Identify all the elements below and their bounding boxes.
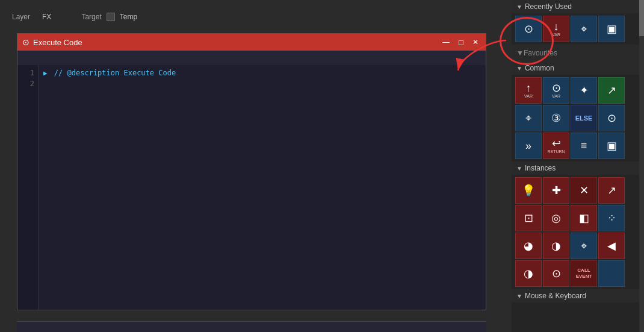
move-icon: ⌖ [581, 240, 587, 251]
instance-icon-13[interactable]: ◑ [515, 260, 542, 287]
recently-used-triangle: ▼ [516, 4, 522, 10]
instance-icon-15[interactable]: CALLEVENT [571, 260, 597, 287]
recently-used-icon-4[interactable]: ▣ [598, 16, 625, 42]
global-icon: ✦ [580, 85, 589, 96]
line-number-2: 2 [21, 78, 34, 89]
link-icon: ↗ [607, 185, 616, 196]
line-numbers: 1 2 [17, 65, 39, 310]
scrollbar-thumb[interactable] [639, 0, 644, 36]
instance-icon-6[interactable]: ◎ [543, 205, 569, 231]
instance-icon-1[interactable]: 💡 [515, 177, 542, 204]
common-icon-4[interactable]: ↗ [598, 77, 625, 104]
instance-icon-2[interactable]: ✚ [543, 177, 569, 204]
instances-label: Instances [525, 164, 556, 172]
instance-icon-14[interactable]: ⊙ [543, 260, 569, 287]
loop3-icon: ③ [551, 113, 561, 124]
destroy-icon: ▣ [607, 23, 617, 34]
pacman-icon: ◕ [524, 240, 533, 251]
scrollbar-track [639, 0, 644, 332]
code-area[interactable]: ▶ // @description Execute Code [39, 65, 486, 310]
code-arrow: ▶ [43, 69, 48, 77]
mouse-keyboard-header[interactable]: ▼ Mouse & Keyboard [512, 289, 644, 302]
instance-icon-7[interactable]: ◧ [571, 205, 597, 231]
editor-toolbar [17, 51, 486, 65]
temp-checkbox[interactable] [107, 13, 115, 21]
instances-triangle: ▼ [516, 165, 522, 172]
common-icon-9[interactable]: » [515, 133, 542, 159]
common-icon-6[interactable]: ③ [543, 105, 569, 131]
recently-used-icon-1[interactable]: ⊙ [515, 16, 542, 42]
recently-used-icon-2[interactable]: ↓ VAR [543, 16, 569, 42]
common-icon-11[interactable]: ≡ [571, 133, 597, 159]
half-circle-icon: ◑ [524, 268, 533, 279]
common-icon-12[interactable]: ▣ [598, 133, 625, 159]
close-button[interactable]: ✕ [470, 38, 481, 46]
back-icon: ◀ [607, 240, 616, 251]
editor-window: ⊙ Execute Code — ◻ ✕ 1 2 ▶ // @descripti… [17, 33, 486, 310]
common-triangle: ▼ [516, 65, 522, 72]
temp-label: Temp [120, 13, 137, 21]
favourites-label: Favourites [524, 49, 557, 57]
favourites-header[interactable]: ▼ Favourites [512, 45, 644, 61]
execute-icon: ⌖ [525, 113, 531, 124]
common-icon-set-var[interactable]: ↑ VAR [515, 77, 542, 104]
struct-icon: ▣ [607, 140, 617, 151]
instance-icon-9[interactable]: ◕ [515, 233, 542, 259]
bulb-icon: 💡 [522, 185, 535, 196]
instance-icon-4[interactable]: ↗ [598, 177, 625, 204]
recently-used-label: Recently Used [525, 2, 572, 11]
recently-used-icon-3[interactable]: ⌖ [571, 16, 597, 42]
common-icon-5[interactable]: ⌖ [515, 105, 542, 131]
line-number-1: 1 [21, 67, 34, 78]
common-icon-else[interactable]: ELSE [571, 105, 597, 131]
set-var-icon: ↑ [526, 83, 531, 93]
dots-icon: ⁘ [607, 213, 616, 224]
var-label: VAR [552, 33, 560, 37]
resize-button[interactable]: ◻ [456, 38, 466, 46]
editor-titlebar: ⊙ Execute Code — ◻ ✕ [17, 34, 486, 51]
editor-title: Execute Code [33, 38, 436, 47]
instance-icon-12[interactable]: ◀ [598, 233, 625, 259]
code-line-1: // @description Execute Code [54, 69, 176, 77]
mouse-keyboard-triangle: ▼ [516, 293, 522, 299]
recently-used-grid: ⊙ ↓ VAR ⌖ ▣ [512, 13, 644, 45]
common-icon-return[interactable]: ↩ RETURN [543, 133, 569, 159]
instance-icon-3[interactable]: ✕ [571, 177, 597, 204]
instances-grid: 💡 ✚ ✕ ↗ ⊡ ◎ ◧ ⁘ ◕ ◑ ⌖ [512, 175, 644, 289]
editor-status-bar [17, 321, 486, 332]
else-label: ELSE [575, 114, 593, 122]
list-icon: ≡ [581, 140, 587, 151]
common-label: Common [525, 64, 554, 72]
bbox-icon: ⊡ [524, 213, 533, 224]
common-grid: ↑ VAR ⊙ VAR ✦ ↗ ⌖ ③ ELSE ⊙ » ↩ [512, 75, 644, 161]
instance-icon-16[interactable] [598, 260, 625, 287]
call-event-label: CALLEVENT [576, 268, 592, 279]
layer-label: Layer [12, 13, 30, 21]
timer-icon: ⊙ [607, 113, 616, 124]
target-section: Target Temp [81, 13, 137, 21]
target-label: Target [81, 13, 101, 21]
instance-icon-5[interactable]: ⊡ [515, 205, 542, 231]
ghost-icon: ◑ [551, 240, 561, 251]
sync-icon: ⊙ [524, 23, 533, 34]
ring-icon: ⊙ [552, 268, 561, 279]
download-var-icon: ↓ [554, 21, 559, 32]
common-icon-get-var[interactable]: ⊙ VAR [543, 77, 569, 104]
instance-icon-8[interactable]: ⁘ [598, 205, 625, 231]
common-header[interactable]: ▼ Common [512, 61, 644, 75]
instance-icon-10[interactable]: ◑ [543, 233, 569, 259]
layer-value: FX [42, 13, 51, 21]
create-icon: ✚ [552, 185, 561, 196]
arrow-out-icon: ↗ [607, 85, 616, 96]
minimize-button[interactable]: — [440, 38, 452, 46]
common-icon-3[interactable]: ✦ [571, 77, 597, 104]
common-icon-8[interactable]: ⊙ [598, 105, 625, 131]
right-panel: ▼ Recently Used ⊙ ↓ VAR ⌖ ▣ ▼ Favourites… [512, 0, 644, 332]
instances-header[interactable]: ▼ Instances [512, 161, 644, 175]
editor-icon: ⊙ [22, 37, 29, 47]
recently-used-header[interactable]: ▼ Recently Used [512, 0, 644, 13]
overlap-icon: ◎ [551, 213, 561, 224]
pick-icon: ◧ [579, 213, 589, 224]
get-var-icon: ⊙ [552, 83, 561, 93]
instance-icon-11[interactable]: ⌖ [571, 233, 597, 259]
